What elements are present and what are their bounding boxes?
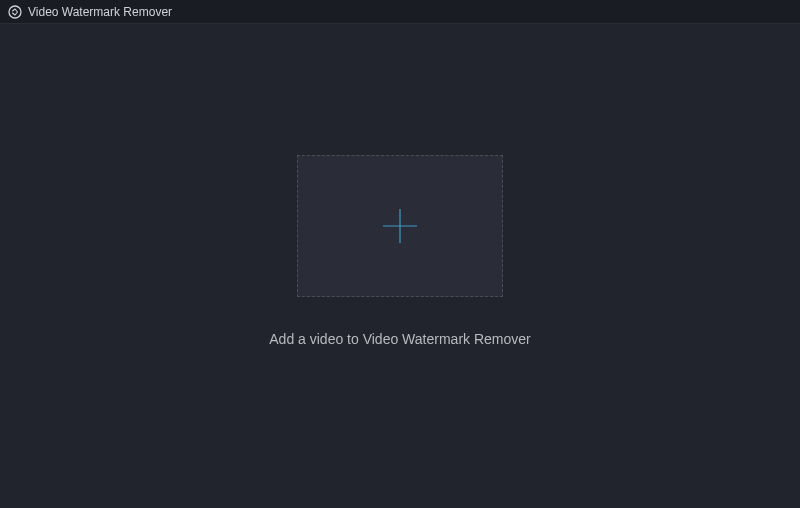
- app-logo-icon: [8, 5, 22, 19]
- svg-point-0: [9, 6, 21, 18]
- titlebar: Video Watermark Remover: [0, 0, 800, 24]
- add-video-prompt: Add a video to Video Watermark Remover: [269, 331, 530, 347]
- app-title: Video Watermark Remover: [28, 5, 172, 19]
- main-content: Add a video to Video Watermark Remover: [0, 24, 800, 508]
- plus-icon: [380, 206, 420, 246]
- add-video-dropzone[interactable]: [297, 155, 503, 297]
